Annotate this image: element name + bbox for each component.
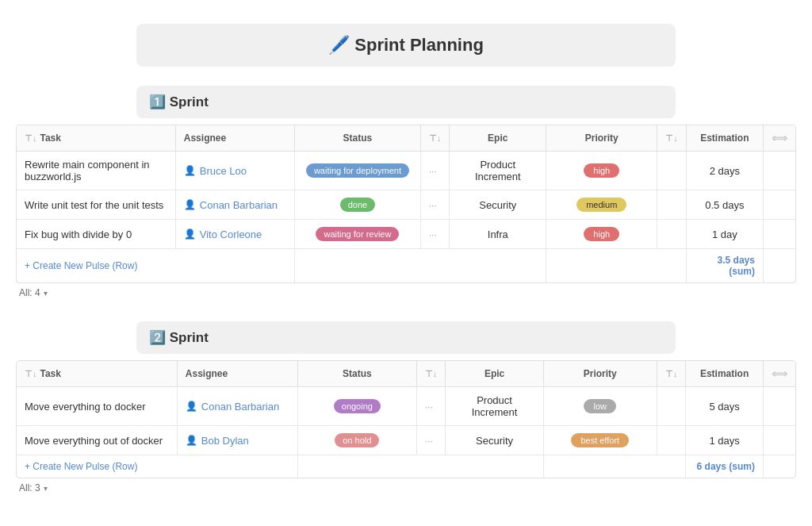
status-badge[interactable]: done [340,198,375,212]
priority-badge[interactable]: medium [576,198,626,212]
sprint-2-table: ⊤↓Task Assignee Status ⊤↓ Epic [16,360,796,478]
status-badge[interactable]: waiting for review [316,227,399,241]
est-flag-cell [657,387,686,426]
create-pulse-spacer [297,455,543,478]
sprint-2-section: 2️⃣ Sprint ⊤↓Task Assignee Status ⊤↓ [16,321,796,497]
est-flag-cell [657,190,687,220]
col2-header-assignee: Assignee [177,361,297,387]
sprint-2-title: 2️⃣ Sprint [149,330,209,345]
est-flag-cell [657,220,687,249]
sprint-2-count-dropdown[interactable]: ▾ [44,484,48,493]
task-cell: Fix bug with divide by 0 [17,220,175,249]
assignee-cell[interactable]: 👤 Conan Barbarian [175,190,294,220]
sprint-1-header: 1️⃣ Sprint [136,86,676,118]
assignee-name: Bruce Loo [200,165,247,177]
priority-badge[interactable]: best effort [571,433,629,447]
priority-cell[interactable]: low [543,387,657,426]
task-cell: Rewrite main component in buzzworld.js [17,152,175,190]
col2-header-priority: Priority [543,361,657,387]
col-header-estimation: Estimation [686,125,763,152]
sort2-icon-task: ⊤↓ [25,369,37,379]
table-row: Fix bug with divide by 0 👤 Vito Corleone… [17,220,795,249]
status-badge[interactable]: waiting for deployment [306,163,409,178]
col2-header-est-flag: ⊤↓ [657,361,686,387]
col-header-epic-flag: ⊤↓ [420,125,450,152]
col-header-est-flag: ⊤↓ [657,125,687,152]
estimation-cell: 1 day [686,220,763,249]
row-resize [763,152,795,190]
status-cell[interactable]: ongoing [297,387,416,426]
dots-menu[interactable]: ··· [429,229,437,240]
status-cell[interactable]: waiting for review [295,220,421,249]
status-badge[interactable]: ongoing [334,399,381,413]
sort2-icon-est: ⊤↓ [665,369,678,378]
task-cell: Move everything out of docker [17,426,177,455]
sprint-1-all-count: All: 4 ▾ [16,283,796,302]
create-row[interactable]: + Create New Pulse (Row) 3.5 days (sum) [17,249,795,283]
epic-cell: Product Increment [446,387,544,426]
assignee-cell[interactable]: 👤 Vito Corleone [175,220,294,249]
status-badge[interactable]: on hold [335,433,379,447]
priority-cell[interactable]: medium [546,190,657,220]
priority-badge[interactable]: high [584,163,619,178]
epic-cell: Security [450,190,546,220]
dots-menu[interactable]: ··· [429,166,437,177]
est-flag-cell [657,426,686,455]
priority-cell[interactable]: high [546,152,657,190]
sort-icon-task: ⊤↓ [25,133,37,144]
epic-cell: Infra [450,220,546,249]
estimation-cell: 5 days [686,387,764,426]
col-header-assignee: Assignee [175,125,294,152]
col-header-task: ⊤↓Task [17,125,175,152]
priority-cell[interactable]: high [546,220,657,249]
assignee-cell[interactable]: 👤 Bob Dylan [177,426,297,455]
col-resize-1[interactable]: ⟺ [763,125,795,152]
col-header-epic: Epic [450,125,546,152]
person-icon: 👤 [186,401,197,412]
estimation-cell: 2 days [686,152,763,190]
col2-header-estimation: Estimation [686,361,764,387]
create-pulse-spacer [295,249,546,283]
col2-header-epic: Epic [446,361,544,387]
priority-cell[interactable]: best effort [543,426,657,455]
assignee-cell[interactable]: 👤 Bruce Loo [175,152,294,190]
row-resize [763,426,795,455]
table-row: Write unit test for the unit tests 👤 Con… [17,190,795,220]
col2-resize[interactable]: ⟺ [763,361,795,387]
priority-badge[interactable]: high [584,227,619,241]
page-title-container: 🖊️ Sprint Planning [136,24,676,67]
sprint-2-all-count: All: 3 ▾ [16,478,796,497]
create-row[interactable]: + Create New Pulse (Row) 6 days (sum) [17,455,795,478]
assignee-name: Vito Corleone [200,228,262,240]
epic-cell: Security [446,426,544,455]
create-pulse-spacer2 [546,249,686,283]
sprint-1-title: 1️⃣ Sprint [149,94,209,109]
epic-flag-cell: ··· [420,152,450,190]
assignee-name: Bob Dylan [201,435,249,447]
sum-cell: 3.5 days (sum) [686,249,763,283]
est-flag-cell [657,152,687,190]
person-icon: 👤 [184,199,196,210]
person-icon: 👤 [184,228,196,240]
assignee-name: Conan Barbarian [200,199,278,211]
col-header-status: Status [295,125,421,152]
sprint-1-count-dropdown[interactable]: ▾ [44,289,48,298]
epic-flag-cell: ··· [416,387,446,426]
priority-badge[interactable]: low [584,399,616,413]
person-icon: 👤 [186,435,197,446]
status-cell[interactable]: done [295,190,421,220]
dots-menu[interactable]: ··· [425,436,433,447]
table-row: Rewrite main component in buzzworld.js 👤… [17,152,795,190]
create-pulse-spacer2 [543,455,685,478]
dots-menu[interactable]: ··· [429,200,437,211]
assignee-cell[interactable]: 👤 Conan Barbarian [177,387,297,426]
row-resize [763,220,795,249]
estimation-cell: 1 days [686,426,764,455]
table-row: Move everything out of docker 👤 Bob Dyla… [17,426,795,455]
dots-menu[interactable]: ··· [425,401,433,413]
status-cell[interactable]: waiting for deployment [295,152,421,190]
estimation-cell: 0.5 days [686,190,763,220]
status-cell[interactable]: on hold [297,426,416,455]
create-pulse-label[interactable]: + Create New Pulse (Row) [17,249,295,283]
create-pulse-label[interactable]: + Create New Pulse (Row) [17,455,297,478]
